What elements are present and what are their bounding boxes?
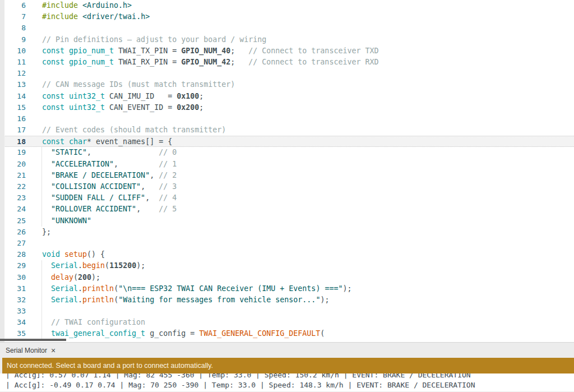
code-line[interactable]: 8: [0, 22, 574, 34]
code-line[interactable]: 33: [0, 306, 574, 317]
code-token: const: [42, 58, 69, 66]
code-token: CAN_EVENT_ID =: [109, 103, 177, 112]
code-text: #include <driver/twai.h>: [26, 11, 150, 22]
code-token: [42, 284, 51, 293]
code-token: begin: [82, 261, 105, 270]
code-text: };: [26, 227, 51, 238]
code-line[interactable]: 17// Event codes (should match transmitt…: [0, 124, 574, 136]
code-token: // Event codes (should match transmitter…: [42, 126, 226, 134]
code-text: "UNKNOWN": [26, 215, 91, 227]
code-line[interactable]: 34 // TWAI configuration: [0, 317, 574, 328]
code-token: [42, 171, 51, 179]
code-token: const: [42, 92, 69, 100]
code-line[interactable]: 35 twai_general_config_t g_config = TWAI…: [0, 328, 574, 339]
code-token: TWAI_TX_PIN =: [118, 47, 181, 55]
code-token: [42, 273, 51, 282]
code-line[interactable]: 27: [0, 238, 574, 249]
code-line[interactable]: 15const uint32_t CAN_EVENT_ID = 0x200;: [0, 102, 574, 113]
code-line[interactable]: 22 "COLLISION ACCIDENT", // 3: [0, 181, 574, 192]
code-line[interactable]: 20 "ACCELERATION", // 1: [0, 159, 574, 170]
code-token: 0x100: [177, 92, 199, 100]
code-token: GPIO_NUM_40: [181, 47, 230, 55]
panel-tab-bar: Serial Monitor ×: [0, 343, 574, 358]
code-token: [42, 193, 51, 202]
code-text: "ACCELERATION", // 1: [26, 159, 177, 170]
code-token: char: [69, 137, 87, 146]
code-token: #include: [42, 12, 82, 21]
code-text: Serial.println("\n=== ESP32 TWAI CAN Rec…: [26, 283, 351, 294]
code-line[interactable]: 32 Serial.println("Waiting for messages …: [0, 294, 574, 306]
code-text: [26, 22, 42, 34]
code-text: "SUDDEN FALL / CLIFF", // 4: [26, 192, 177, 204]
code-line[interactable]: 18const char* event_names[] = {: [0, 136, 574, 147]
serial-output-line: | Acc[g]: -0.49 0.17 0.74 | Mag: 70 250 …: [6, 380, 574, 390]
code-line[interactable]: 31 Serial.println("\n=== ESP32 TWAI CAN …: [0, 283, 574, 294]
code-text: "BRAKE / DECELERATION", // 2: [26, 170, 177, 181]
code-token: println: [82, 296, 114, 304]
code-token: const: [42, 103, 69, 112]
code-line[interactable]: 30 delay(200);: [0, 272, 574, 283]
code-token: Serial: [51, 261, 78, 270]
code-line[interactable]: 16: [0, 113, 574, 124]
code-text: [26, 238, 42, 249]
code-token: .: [78, 284, 82, 293]
code-token: 115200: [109, 261, 136, 270]
serial-output-line: | Acc[g]: 0.57 0.07 1.14 | Mag: 82 455 -…: [6, 373, 574, 380]
code-token: [42, 261, 51, 270]
code-line[interactable]: 14const uint32_t CAN_IMU_ID = 0x100;: [0, 91, 574, 102]
code-token: // Connect to transceiver TXD: [248, 47, 378, 55]
code-token: twai_general_config_t: [51, 329, 150, 338]
code-text: delay(200);: [26, 272, 100, 283]
code-text: const gpio_num_t TWAI_RX_PIN = GPIO_NUM_…: [26, 57, 378, 68]
code-line[interactable]: 24 "ROLLOVER ACCIDENT", // 5: [0, 204, 574, 215]
code-text: Serial.println("Waiting for messages fro…: [26, 294, 329, 306]
code-line[interactable]: 29 Serial.begin(115200);: [0, 260, 574, 271]
code-token: CAN_IMU_ID =: [109, 92, 177, 100]
close-icon[interactable]: ×: [51, 347, 55, 354]
code-token: (: [73, 273, 78, 282]
code-line[interactable]: 21 "BRAKE / DECELERATION", // 2: [0, 170, 574, 181]
code-text: const gpio_num_t TWAI_TX_PIN = GPIO_NUM_…: [26, 45, 378, 57]
code-token: "ACCELERATION": [51, 160, 114, 168]
code-token: Serial: [51, 296, 78, 304]
code-lines: 6#include <Arduino.h>7#include <driver/t…: [0, 0, 574, 340]
code-line[interactable]: 10const gpio_num_t TWAI_TX_PIN = GPIO_NU…: [0, 45, 574, 57]
code-text: "ROLLOVER ACCIDENT", // 5: [26, 204, 177, 215]
code-line[interactable]: 6#include <Arduino.h>: [0, 0, 574, 11]
code-line[interactable]: 12: [0, 68, 574, 79]
code-text: [26, 113, 42, 124]
code-text: const uint32_t CAN_IMU_ID = 0x100;: [26, 91, 203, 102]
code-token: // 2: [159, 171, 177, 179]
code-token: ;: [199, 92, 203, 100]
code-line[interactable]: 7#include <driver/twai.h>: [0, 11, 574, 22]
code-token: (: [114, 284, 118, 293]
code-token: gpio_num_t: [69, 58, 118, 66]
code-text: const uint32_t CAN_EVENT_ID = 0x200;: [26, 102, 203, 113]
code-line[interactable]: 9// Pin definitions – adjust to your boa…: [0, 34, 574, 45]
code-token: [42, 296, 51, 304]
code-text: // TWAI configuration: [26, 317, 145, 328]
not-connected-banner: Not connected. Select a board and a port…: [2, 358, 574, 373]
code-token: <driver/twai.h>: [82, 12, 150, 21]
code-token: "BRAKE / DECELERATION": [51, 171, 150, 179]
code-token: TWAI_GENERAL_CONFIG_DEFAULT: [199, 329, 320, 338]
code-text: Serial.begin(115200);: [26, 260, 145, 271]
code-text: #include <Arduino.h>: [26, 0, 132, 11]
code-line[interactable]: 25 "UNKNOWN": [0, 215, 574, 227]
serial-output[interactable]: | Acc[g]: 0.57 0.07 1.14 | Mag: 82 455 -…: [0, 373, 574, 391]
code-token: "ROLLOVER ACCIDENT": [51, 205, 136, 213]
tab-serial-monitor[interactable]: Serial Monitor ×: [6, 347, 55, 354]
code-line[interactable]: 26};: [0, 227, 574, 238]
code-token: [42, 160, 51, 168]
code-line[interactable]: 13// CAN message IDs (must match transmi…: [0, 79, 574, 90]
code-line[interactable]: 19 "STATIC", // 0: [0, 147, 574, 158]
editor-horizontal-scrollbar[interactable]: [0, 339, 66, 341]
code-line[interactable]: 28void setup() {: [0, 249, 574, 260]
code-token: Serial: [51, 284, 78, 293]
code-token: "UNKNOWN": [51, 216, 91, 225]
code-token: // 0: [159, 148, 177, 156]
code-line[interactable]: 11const gpio_num_t TWAI_RX_PIN = GPIO_NU…: [0, 57, 574, 68]
code-token: ,: [136, 205, 159, 213]
code-line[interactable]: 23 "SUDDEN FALL / CLIFF", // 4: [0, 192, 574, 204]
code-editor[interactable]: 6#include <Arduino.h>7#include <driver/t…: [0, 0, 574, 342]
